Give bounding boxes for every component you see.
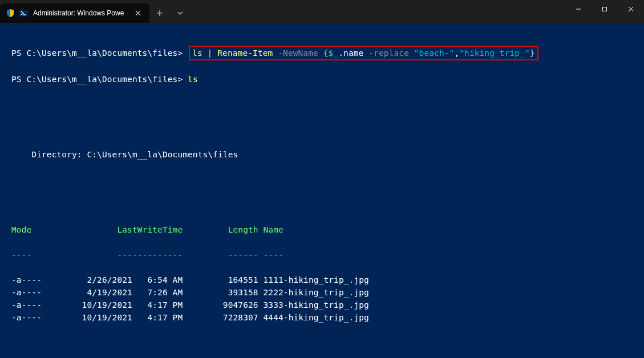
tab-powershell[interactable]: Administrator: Windows Powe [0, 3, 149, 23]
table-header: Mode LastWriteTime Length Name [11, 223, 633, 236]
table-row: -a---- 2/26/2021 6:54 AM 164551 1111-hik… [11, 274, 633, 286]
minimize-button[interactable] [565, 0, 592, 18]
svg-rect-1 [603, 7, 607, 11]
maximize-button[interactable] [592, 0, 618, 18]
prompt: PS C:\Users\m__la\Documents\files> [11, 75, 183, 84]
table-row: -a---- 10/19/2021 4:17 PM 7228307 4444-h… [11, 311, 633, 324]
command-line-1: PS C:\Users\m__la\Documents\files> ls | … [11, 46, 633, 60]
terminal-body[interactable]: PS C:\Users\m__la\Documents\files> ls | … [0, 23, 644, 358]
command-line-2: PS C:\Users\m__la\Documents\files> ls [11, 73, 633, 86]
close-window-button[interactable] [618, 0, 644, 18]
highlight-box: ls | Rename-Item -NewName {$_.name -repl… [189, 46, 538, 60]
powershell-icon [19, 9, 29, 18]
tab-dropdown-button[interactable] [170, 3, 191, 23]
window-controls [565, 0, 644, 18]
file-list: -a---- 2/26/2021 6:54 AM 164551 1111-hik… [11, 274, 633, 324]
table-row: -a---- 10/19/2021 4:17 PM 9047626 3333-h… [11, 299, 633, 311]
directory-line: Directory: C:\Users\m__la\Documents\file… [11, 148, 633, 161]
prompt: PS C:\Users\m__la\Documents\files> [11, 48, 183, 58]
table-row: -a---- 4/19/2021 7:26 AM 393158 2222-hik… [11, 286, 633, 299]
title-bar: Administrator: Windows Powe [0, 0, 644, 23]
tab-title: Administrator: Windows Powe [33, 9, 129, 17]
new-tab-button[interactable] [149, 3, 170, 23]
table-header-dashes: ---- ------------- ------ ---- [11, 249, 633, 261]
shield-icon [6, 9, 15, 18]
close-tab-button[interactable] [133, 9, 143, 18]
terminal-window: Administrator: Windows Powe PS C:\Users\… [0, 0, 644, 358]
